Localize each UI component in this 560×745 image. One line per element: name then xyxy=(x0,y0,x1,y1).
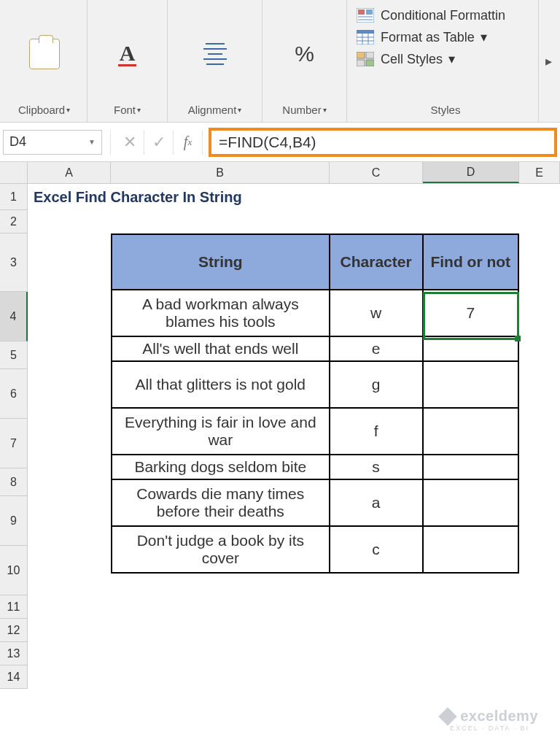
row-header[interactable]: 13 xyxy=(0,642,28,665)
cell-string[interactable]: Don't judge a book by its cover xyxy=(112,526,330,573)
number-format-button[interactable]: % xyxy=(283,42,327,66)
column-header-c[interactable]: C xyxy=(330,162,423,183)
enter-formula-button[interactable]: ✓ xyxy=(144,130,174,155)
row-header[interactable]: 6 xyxy=(0,369,28,419)
header-string[interactable]: String xyxy=(112,234,330,290)
conditional-formatting-label: Conditional Formattin xyxy=(381,8,505,23)
row-header[interactable]: 5 xyxy=(0,341,28,369)
data-table: String Character Find or not A bad workm… xyxy=(111,233,519,574)
format-as-table-icon xyxy=(356,29,375,45)
row-headers: 1 2 3 4 5 6 7 8 9 10 11 12 13 14 xyxy=(0,184,28,689)
chevron-down-icon[interactable]: ▼ xyxy=(88,138,96,146)
cell-char[interactable]: s xyxy=(330,455,423,479)
cell-find[interactable] xyxy=(423,408,518,455)
ribbon: Clipboard▾ A Font▾ Alignment▾ % xyxy=(0,0,560,123)
logo-icon xyxy=(438,707,456,725)
watermark-brand: exceldemy xyxy=(460,708,538,725)
name-box-value: D4 xyxy=(9,134,26,150)
svg-rect-6 xyxy=(366,52,374,58)
paste-button[interactable] xyxy=(23,39,66,69)
row-header[interactable]: 2 xyxy=(0,210,28,233)
ribbon-label-alignment: Alignment xyxy=(188,104,237,116)
cell-char[interactable]: a xyxy=(330,479,423,526)
ribbon-group-styles: Conditional Formattin Format as Table ▾ … xyxy=(347,0,538,122)
cell-char[interactable]: c xyxy=(330,526,423,573)
row-header[interactable]: 7 xyxy=(0,419,28,468)
chevron-down-icon: ▾ xyxy=(481,29,487,45)
formula-input-highlight: =FIND(C4,B4) xyxy=(209,128,557,157)
row-header[interactable]: 10 xyxy=(0,546,28,595)
font-color-button[interactable]: A xyxy=(106,42,149,66)
chevron-down-icon[interactable]: ▾ xyxy=(323,106,327,114)
cell-find[interactable] xyxy=(423,336,518,361)
row-header[interactable]: 12 xyxy=(0,619,28,642)
header-character[interactable]: Character xyxy=(330,234,423,290)
column-header-e[interactable]: E xyxy=(519,162,560,183)
cell-find[interactable]: 7 xyxy=(423,290,518,336)
svg-rect-1 xyxy=(358,9,365,15)
cell-find[interactable] xyxy=(423,455,518,479)
chevron-down-icon[interactable]: ▾ xyxy=(66,106,70,114)
cell-find[interactable] xyxy=(423,361,518,408)
ribbon-label-number: Number xyxy=(282,104,321,116)
column-header-a[interactable]: A xyxy=(28,162,111,183)
percent-icon: % xyxy=(295,42,314,66)
ribbon-label-clipboard: Clipboard xyxy=(18,104,65,116)
alignment-button[interactable] xyxy=(193,43,237,65)
watermark-sub: EXCEL · DATA · BI xyxy=(450,725,529,732)
cell-string[interactable]: Everything is fair in love and war xyxy=(112,408,330,455)
row-header[interactable]: 8 xyxy=(0,468,28,496)
row-header[interactable]: 9 xyxy=(0,496,28,546)
watermark: exceldemy EXCEL · DATA · BI xyxy=(441,708,538,732)
insert-function-button[interactable]: fx xyxy=(174,130,203,155)
separator xyxy=(102,130,111,155)
cell-find[interactable] xyxy=(423,526,518,573)
cell-string[interactable]: All's well that ends well xyxy=(112,336,330,361)
ribbon-group-number: % Number▾ xyxy=(262,0,347,122)
column-headers: A B C D E xyxy=(0,162,560,184)
cell-styles-label: Cell Styles xyxy=(381,52,443,67)
cell-string[interactable]: Barking dogs seldom bite xyxy=(112,455,330,479)
cell-char[interactable]: e xyxy=(330,336,423,361)
svg-rect-7 xyxy=(357,60,365,66)
ribbon-group-alignment: Alignment▾ xyxy=(168,0,262,122)
ribbon-label-styles: Styles xyxy=(356,102,535,119)
spreadsheet-grid: A B C D E 1 2 3 4 5 6 7 8 9 10 11 12 13 … xyxy=(0,162,560,689)
cells-area[interactable]: Excel Find Character In String String Ch… xyxy=(28,184,560,689)
cell-string[interactable]: Cowards die many times before their deat… xyxy=(112,479,330,526)
select-all-corner[interactable] xyxy=(0,162,28,183)
conditional-formatting-button[interactable]: Conditional Formattin xyxy=(356,7,505,23)
chevron-down-icon: ▾ xyxy=(448,51,455,67)
format-as-table-label: Format as Table xyxy=(381,30,475,45)
cancel-formula-button[interactable]: ✕ xyxy=(115,130,144,155)
cell-string[interactable]: A bad workman always blames his tools xyxy=(112,290,330,336)
ribbon-scroll-right[interactable]: ▸ xyxy=(538,0,559,122)
cell-char[interactable]: w xyxy=(330,290,423,336)
formula-bar: D4 ▼ ✕ ✓ fx =FIND(C4,B4) xyxy=(0,123,560,162)
row-header[interactable]: 3 xyxy=(0,233,28,292)
row-header[interactable]: 1 xyxy=(0,184,28,210)
chevron-down-icon[interactable]: ▾ xyxy=(238,106,241,114)
svg-rect-4 xyxy=(357,30,374,34)
header-find[interactable]: Find or not xyxy=(423,234,518,290)
sheet-title: Excel Find Character In String xyxy=(28,184,560,210)
cell-string[interactable]: All that glitters is not gold xyxy=(112,361,330,408)
ribbon-group-font: A Font▾ xyxy=(88,0,168,122)
cell-find[interactable] xyxy=(423,479,518,526)
cell-styles-icon xyxy=(356,51,375,67)
row-header[interactable]: 14 xyxy=(0,665,28,689)
cell-char[interactable]: f xyxy=(330,408,423,455)
ribbon-label-font: Font xyxy=(114,104,136,116)
svg-rect-5 xyxy=(357,52,365,58)
svg-rect-2 xyxy=(366,9,373,15)
cell-char[interactable]: g xyxy=(330,361,423,408)
column-header-d[interactable]: D xyxy=(423,162,519,183)
name-box[interactable]: D4 ▼ xyxy=(3,130,102,155)
cell-styles-button[interactable]: Cell Styles ▾ xyxy=(356,51,505,67)
column-header-b[interactable]: B xyxy=(111,162,330,183)
chevron-down-icon[interactable]: ▾ xyxy=(137,106,141,114)
format-as-table-button[interactable]: Format as Table ▾ xyxy=(356,29,505,45)
row-header[interactable]: 4 xyxy=(0,292,28,341)
row-header[interactable]: 11 xyxy=(0,595,28,619)
formula-input[interactable]: =FIND(C4,B4) xyxy=(219,134,316,151)
